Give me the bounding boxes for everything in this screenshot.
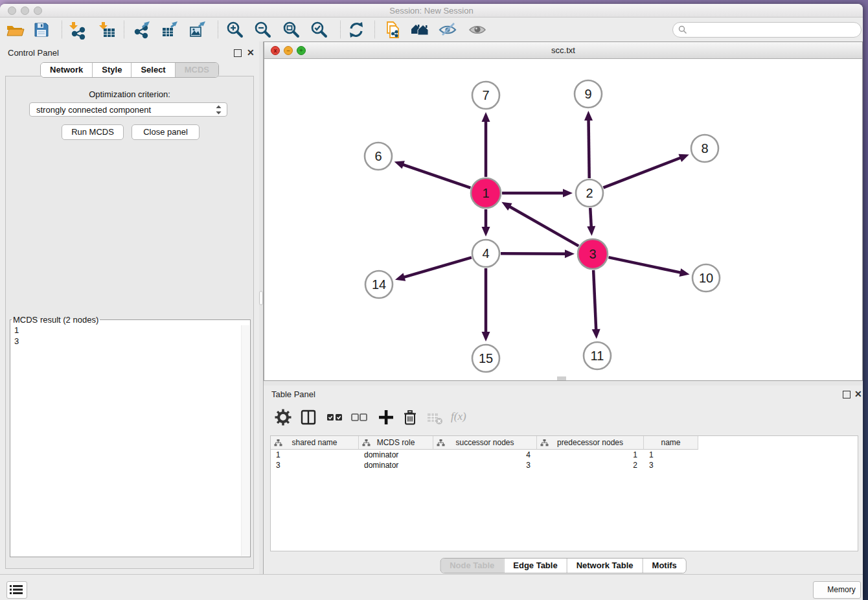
panel-splitter[interactable] [259, 41, 264, 574]
select-all-columns-icon[interactable] [326, 408, 344, 426]
cell-successor-nodes[interactable]: 4 [433, 450, 537, 460]
cell-predecessor-nodes[interactable]: 1 [537, 450, 644, 460]
graph-node-label: 11 [591, 349, 604, 363]
zoom-fit-icon[interactable] [282, 20, 301, 40]
column-header-successor-nodes[interactable]: successor nodes [433, 436, 537, 450]
graph-edge[interactable] [603, 157, 681, 188]
column-header-predecessor-nodes[interactable]: predecessor nodes [537, 436, 644, 450]
hide-selected-icon[interactable] [438, 20, 457, 40]
control-panel-tabs: NetworkStyleSelectMCDS [40, 62, 219, 78]
column-header-name[interactable]: name [644, 436, 698, 450]
zoom-in-icon[interactable] [225, 20, 245, 40]
cell-name[interactable]: 1 [644, 450, 698, 460]
desktop-pane: x – + scc.txt 7968124314101511 Table Pan… [264, 41, 863, 574]
unselect-all-columns-icon[interactable] [350, 408, 369, 426]
zoom-selected-icon[interactable] [310, 20, 329, 40]
column-type-icon [274, 439, 282, 447]
toolbar-separator [340, 21, 341, 38]
graph-edge[interactable] [501, 253, 567, 254]
first-neighbors-icon[interactable] [410, 20, 429, 40]
open-session-icon[interactable] [5, 20, 25, 40]
cell-mcds-role[interactable]: dominator [359, 450, 433, 460]
import-table-icon[interactable] [97, 20, 117, 40]
node-table[interactable]: shared name MCDS role successor nodes pr… [270, 435, 858, 551]
show-all-icon[interactable] [468, 20, 487, 40]
tab-edge-table[interactable]: Edge Table [503, 559, 566, 573]
canvas-resize-handle[interactable] [557, 376, 566, 380]
network-window: x – + scc.txt 7968124314101511 [264, 41, 863, 381]
tab-node-table[interactable]: Node Table [440, 559, 503, 573]
cell-predecessor-nodes[interactable]: 2 [537, 460, 644, 470]
graph-edge[interactable] [590, 208, 591, 228]
table-row[interactable]: 1dominator411 [271, 450, 858, 460]
clone-network-icon[interactable] [383, 20, 402, 40]
table-header-row: shared name MCDS role successor nodes pr… [271, 436, 858, 450]
mcds-result-scrollbar[interactable] [241, 325, 249, 556]
table-float-icon[interactable] [843, 391, 851, 398]
zoom-out-icon[interactable] [253, 20, 273, 40]
table-row[interactable]: 3dominator323 [271, 460, 858, 470]
edge-arrowhead [482, 112, 490, 122]
tab-select[interactable]: Select [131, 63, 174, 77]
export-image-icon[interactable] [188, 20, 207, 40]
search-icon [678, 25, 687, 34]
edge-arrowhead [395, 273, 405, 281]
column-layout-icon[interactable] [299, 408, 317, 426]
delete-column-icon[interactable] [401, 408, 419, 426]
network-canvas[interactable]: 7968124314101511 [264, 59, 862, 380]
function-builder-icon: f(x) [451, 410, 477, 428]
memory-button[interactable]: Memory [813, 581, 861, 599]
cell-shared-name[interactable]: 1 [271, 450, 359, 460]
column-type-icon [540, 439, 549, 447]
graph-node-label: 10 [699, 271, 713, 285]
table-close-icon[interactable]: ✕ [854, 389, 862, 399]
network-window-titlebar[interactable]: x – + scc.txt [264, 42, 862, 59]
run-mcds-button[interactable]: Run MCDS [62, 124, 124, 140]
graph-edge[interactable] [608, 257, 681, 273]
column-header-shared-name[interactable]: shared name [271, 436, 359, 450]
import-network-icon[interactable] [67, 20, 87, 40]
cell-mcds-role[interactable]: dominator [359, 460, 433, 470]
graph-edge[interactable] [508, 206, 579, 246]
criterion-dropdown[interactable]: strongly connected component [29, 102, 227, 117]
edge-arrowhead [587, 226, 595, 236]
edge-arrowhead [394, 161, 405, 168]
toolbar-separator [374, 21, 375, 38]
graph-edge[interactable] [402, 164, 470, 188]
tab-mcds[interactable]: MCDS [175, 63, 218, 77]
graph-edge[interactable] [402, 257, 471, 277]
splitter-thumb[interactable] [259, 291, 263, 305]
mcds-result-item[interactable]: 3 [10, 336, 250, 347]
gear-icon[interactable] [274, 408, 292, 426]
export-network-icon[interactable] [132, 20, 152, 40]
edge-arrowhead [565, 249, 575, 258]
graph-edge[interactable] [588, 119, 589, 178]
tab-network[interactable]: Network [41, 63, 92, 77]
close-panel-button[interactable]: Close panel [131, 124, 200, 140]
mcds-result-item[interactable]: 1 [10, 325, 250, 336]
dropdown-stepper-icon [216, 105, 222, 115]
export-table-icon[interactable] [160, 20, 179, 40]
mcds-result-list[interactable]: 13 [10, 325, 250, 557]
refresh-icon[interactable] [347, 20, 366, 40]
graph-edge[interactable] [593, 270, 596, 331]
float-panel-icon[interactable] [234, 49, 242, 57]
save-session-icon[interactable] [32, 20, 51, 40]
cell-shared-name[interactable]: 3 [271, 460, 359, 470]
column-header-mcds-role[interactable]: MCDS role [359, 436, 433, 450]
network-graph[interactable]: 7968124314101511 [264, 59, 862, 380]
task-history-button[interactable] [6, 581, 27, 599]
add-column-icon[interactable] [377, 408, 395, 426]
toolbar-separator [62, 21, 62, 38]
tab-style[interactable]: Style [92, 63, 131, 77]
tab-motifs[interactable]: Motifs [643, 559, 686, 573]
close-panel-icon[interactable]: ✕ [247, 47, 255, 58]
graph-node-label: 14 [372, 277, 386, 292]
cell-successor-nodes[interactable]: 3 [433, 460, 537, 470]
cell-name[interactable]: 3 [644, 460, 698, 470]
search-input[interactable] [672, 22, 862, 38]
table-panel-title: Table Panel [271, 389, 315, 399]
edge-arrowhead [584, 111, 593, 121]
table-panel: Table Panel ✕ [264, 386, 863, 574]
tab-network-table[interactable]: Network Table [567, 559, 643, 573]
